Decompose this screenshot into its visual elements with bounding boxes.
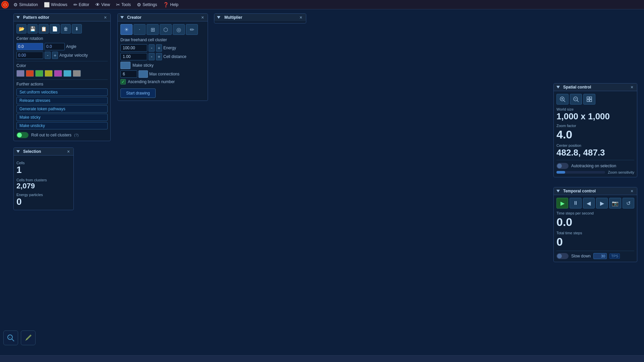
multiplier-indicator	[217, 16, 220, 19]
temporal-header[interactable]: Temporal control ×	[554, 187, 637, 195]
color-swatch-3[interactable]	[35, 70, 43, 77]
energy-particles-value: 0	[16, 197, 71, 207]
multiplier-close[interactable]: ×	[299, 15, 303, 20]
cell-distance-plus[interactable]: +	[156, 53, 162, 60]
menubar-settings[interactable]: ⚙ Settings	[134, 1, 160, 8]
further-actions-label: Further actions	[16, 82, 108, 86]
reset-btn[interactable]: ↺	[623, 198, 634, 208]
zoom-out-btn[interactable]	[570, 94, 582, 105]
copy-button[interactable]: 📋	[39, 24, 49, 34]
creator-title-area: Creator	[120, 15, 142, 20]
menubar-tools[interactable]: ✂ Tools	[113, 1, 133, 8]
search-zoom-tool[interactable]: +	[3, 330, 18, 345]
screenshot-btn[interactable]: 📷	[609, 198, 621, 208]
start-drawing-btn[interactable]: Start drawing	[120, 88, 156, 98]
pattern-editor-close[interactable]: ×	[103, 15, 108, 20]
cell-distance-minus[interactable]: -	[149, 53, 155, 60]
menubar-simulation[interactable]: ⚙ Simulation	[11, 1, 41, 8]
total-steps-label: Total time steps	[556, 231, 634, 235]
tps-input[interactable]	[593, 253, 607, 259]
freehand-tool[interactable]: ☀	[120, 24, 132, 35]
autotracking-toggle[interactable]	[556, 163, 569, 169]
pattern-editor-content: 📂 💾 📋 📄 🗑 ⬇ Center rotation Angle - + An…	[14, 21, 110, 141]
multiplier-header[interactable]: Multiplier ×	[214, 14, 306, 21]
autotracking-knob	[557, 164, 562, 168]
slow-down-toggle[interactable]	[556, 253, 569, 259]
color-swatch-6[interactable]	[63, 70, 71, 77]
spatial-close[interactable]: ×	[630, 85, 634, 89]
cell-distance-input[interactable]	[120, 53, 147, 60]
zoom-in-btn[interactable]	[556, 94, 569, 105]
angular-velocity-plus[interactable]: +	[52, 52, 58, 59]
energy-input[interactable]	[120, 44, 147, 52]
rotation-y-input[interactable]	[45, 43, 65, 50]
grid-tool[interactable]: ⊞	[147, 24, 159, 35]
ascending-branch-checkbox[interactable]: ✓	[120, 79, 126, 84]
make-sticky-row: Make sticky	[120, 62, 205, 69]
delete-button[interactable]: 🗑	[61, 24, 71, 34]
pattern-editor-toolbar: 📂 💾 📋 📄 🗑 ⬇	[16, 24, 108, 34]
spatial-title: Spatial control	[563, 85, 591, 89]
fit-view-btn[interactable]	[583, 94, 595, 105]
open-button[interactable]: 📂	[16, 24, 26, 34]
power-button[interactable]: ⏻	[1, 1, 9, 8]
selection-header[interactable]: Selection ×	[14, 148, 73, 156]
rotation-x-input[interactable]	[16, 43, 43, 50]
pattern-editor-header[interactable]: Pattern editor ×	[14, 14, 110, 21]
spatial-header[interactable]: Spatial control ×	[554, 83, 637, 91]
pause-btn[interactable]: ⏸	[570, 198, 581, 208]
energy-plus[interactable]: +	[156, 44, 162, 52]
color-swatch-2[interactable]	[26, 70, 34, 77]
bottom-scrollbar[interactable]	[0, 355, 644, 362]
selection-close[interactable]: ×	[66, 149, 71, 154]
generate-token-pathways-btn[interactable]: Generate token pathways	[16, 105, 108, 113]
paste-button[interactable]: 📄	[50, 24, 60, 34]
draw-label: Draw freehand cell cluster	[120, 38, 205, 42]
creator-close[interactable]: ×	[200, 15, 205, 20]
circle-tool[interactable]: ◎	[173, 24, 185, 35]
editor-icon: ✏	[73, 2, 77, 7]
temporal-title: Temporal control	[563, 189, 596, 193]
creator-header[interactable]: Creator ×	[118, 14, 208, 21]
sticky-color-swatch[interactable]	[120, 62, 130, 69]
menubar-view[interactable]: 👁 View	[93, 1, 113, 8]
world-size-label: World size	[556, 107, 634, 111]
menubar-editor[interactable]: ✏ Editor	[71, 1, 92, 8]
save-button[interactable]: 💾	[28, 24, 38, 34]
hex-tool[interactable]: ⬡	[160, 24, 172, 35]
toggle-help[interactable]: (?)	[74, 133, 78, 137]
import-button[interactable]: ⬇	[72, 24, 82, 34]
max-connections-color[interactable]	[139, 70, 148, 78]
menubar-help[interactable]: ❓ Help	[160, 1, 181, 8]
zoom-sensitivity-bar[interactable]	[556, 171, 605, 174]
pencil-tool[interactable]: ✏	[186, 24, 198, 35]
release-stresses-btn[interactable]: Release stresses	[16, 97, 108, 104]
angular-velocity-minus[interactable]: -	[45, 52, 51, 59]
brush-tool[interactable]	[21, 330, 36, 345]
step-forward-btn[interactable]: ▶	[596, 198, 608, 208]
make-sticky-btn[interactable]: Make sticky	[16, 114, 108, 121]
color-swatch-7[interactable]	[73, 70, 81, 77]
menubar-windows[interactable]: ⬜ Windows	[41, 1, 70, 8]
temporal-close[interactable]: ×	[630, 189, 634, 193]
energy-minus[interactable]: -	[149, 44, 155, 52]
step-back-btn[interactable]: ◀	[583, 198, 595, 208]
dot-tool[interactable]: ·	[133, 24, 146, 35]
temporal-divider	[556, 251, 634, 251]
color-swatch-5[interactable]	[54, 70, 62, 77]
cells-value: 1	[16, 165, 71, 175]
autotracking-row: Autotracking on selection	[556, 163, 634, 169]
max-connections-input[interactable]	[120, 70, 137, 78]
multiplier-title: Multiplier	[224, 15, 242, 20]
color-swatch-4[interactable]	[45, 70, 53, 77]
make-unsticky-btn[interactable]: Make unsticky	[16, 122, 108, 129]
spatial-divider	[556, 160, 634, 160]
menubar: ⏻ ⚙ Simulation ⬜ Windows ✏ Editor 👁 View…	[0, 0, 644, 9]
angular-velocity-input[interactable]	[16, 52, 43, 59]
roll-out-toggle[interactable]	[16, 132, 29, 138]
color-swatch-1[interactable]	[16, 70, 24, 77]
angular-velocity-label: Angular velocity	[59, 53, 88, 58]
play-btn[interactable]: ▶	[556, 198, 568, 208]
set-uniform-velocities-btn[interactable]: Set uniform velocities	[16, 88, 108, 96]
color-swatches	[16, 70, 108, 77]
